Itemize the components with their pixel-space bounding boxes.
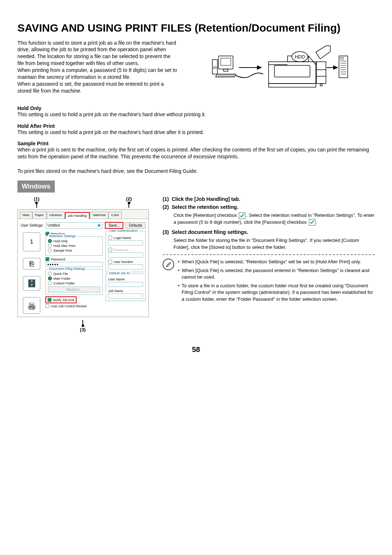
retention-settings-group: Retention Settings Hold Only Hold After … bbox=[45, 236, 103, 256]
preview-icon-label: 1 bbox=[30, 239, 33, 245]
callout-2: (2) bbox=[126, 196, 132, 202]
def-sample-print: Sample Print When a print job is sent to… bbox=[17, 141, 375, 160]
checkbox-icon bbox=[309, 219, 315, 226]
step-2-body: Click the [Retention] checkbox . Select … bbox=[173, 212, 375, 226]
def-title: Hold After Print bbox=[17, 123, 375, 129]
defaults-button[interactable]: Defaults bbox=[126, 222, 146, 228]
sample-print-label: Sample Print bbox=[53, 249, 72, 252]
default-job-legend: Default Job ID bbox=[108, 271, 131, 275]
tab-color[interactable]: Color bbox=[109, 212, 122, 219]
svg-rect-4 bbox=[224, 69, 228, 71]
svg-rect-9 bbox=[269, 62, 316, 84]
doc-filing-group: Document Filing Settings Quick File Main… bbox=[45, 269, 103, 295]
tab-paper[interactable]: Paper bbox=[33, 212, 46, 219]
hold-after-radio[interactable]: Hold After Print bbox=[48, 244, 100, 248]
def-hold-only: Hold Only This setting is used to hold a… bbox=[17, 105, 375, 118]
tab-main[interactable]: Main bbox=[20, 212, 32, 219]
job-name-label: Job Name bbox=[108, 289, 143, 293]
svg-rect-1 bbox=[213, 67, 216, 68]
notify-job-end-checkbox[interactable]: Notify Job End bbox=[45, 296, 77, 303]
crossref-text: To print files stored on the machine's h… bbox=[17, 168, 375, 174]
hold-only-radio[interactable]: Hold Only bbox=[48, 239, 100, 243]
user-auth-group: User Authentication Login Name Password … bbox=[106, 231, 146, 272]
svg-rect-22 bbox=[340, 57, 343, 59]
intro-row: This function is used to store a print j… bbox=[17, 40, 375, 94]
user-number-checkbox[interactable]: User Number bbox=[108, 260, 143, 264]
callout-3: (3) bbox=[80, 327, 86, 332]
svg-rect-3 bbox=[221, 58, 231, 65]
main-folder-radio[interactable]: Main Folder bbox=[48, 276, 100, 280]
hdd-stack-icon: 🗄️ bbox=[23, 276, 40, 291]
note-item: To store a file in a custom folder, the … bbox=[182, 283, 375, 303]
stapler-icon: ⎘ bbox=[23, 258, 40, 270]
checkbox-icon bbox=[239, 212, 245, 219]
hdd-label: HDD bbox=[295, 54, 305, 60]
password-checkbox[interactable]: Password bbox=[45, 257, 103, 261]
callout-1: (1) bbox=[34, 196, 40, 202]
step-3-title: (3) Select document filing settings. bbox=[163, 229, 375, 235]
save-button[interactable]: Save... bbox=[105, 222, 123, 229]
job-name-field[interactable] bbox=[108, 293, 143, 299]
printer-dialog: Main Paper Advance Job Handling Vatermar… bbox=[17, 209, 149, 317]
svg-rect-15 bbox=[317, 62, 326, 84]
def-body: This setting is used to hold a print job… bbox=[17, 111, 375, 118]
quick-file-radio[interactable]: Quick File bbox=[48, 272, 100, 276]
custom-folder-label: Custom Folder bbox=[53, 281, 75, 285]
password-field[interactable]: ●●●●● bbox=[45, 262, 103, 267]
preview-icon-1: 1 bbox=[23, 232, 40, 251]
os-badge-windows: Windows bbox=[17, 181, 55, 193]
def-title: Hold Only bbox=[17, 105, 375, 111]
user-name-field[interactable] bbox=[108, 282, 143, 287]
svg-rect-11 bbox=[274, 65, 310, 77]
def-hold-after: Hold After Print This setting is used to… bbox=[17, 123, 375, 136]
hdd-diagram: HDD bbox=[184, 40, 375, 94]
page-title: SAVING AND USING PRINT FILES (Retention/… bbox=[17, 22, 375, 35]
notes-list: •When [Quick File] is selected, "Retenti… bbox=[178, 259, 375, 305]
login-name-field[interactable] bbox=[108, 240, 143, 246]
auto-job-review-checkbox[interactable]: Auto Job Control Review bbox=[45, 304, 103, 308]
retention-settings-legend: Retention Settings bbox=[48, 234, 77, 238]
step-2-title: (2) Select the retention setting. bbox=[163, 204, 375, 210]
def-body: When a print job is sent to the machine,… bbox=[17, 146, 375, 160]
main-folder-label: Main Folder bbox=[53, 277, 71, 280]
user-settings-combo[interactable]: Untitled ▾ bbox=[46, 222, 103, 229]
notify-job-label: Notify Job End bbox=[53, 298, 74, 302]
svg-point-18 bbox=[320, 84, 322, 86]
user-number-label: User Number bbox=[114, 260, 133, 264]
auth-password-field[interactable] bbox=[108, 252, 143, 258]
note-item: When [Quick File] is selected, "Retentio… bbox=[182, 259, 361, 265]
auth-password-checkbox[interactable]: Password bbox=[108, 248, 143, 252]
user-auth-legend: User Authentication bbox=[108, 229, 139, 232]
user-settings-label: User Settings: bbox=[21, 223, 44, 227]
printer-icon: 🖨️ bbox=[23, 297, 40, 314]
auth-password-label: Password bbox=[114, 248, 128, 252]
note-icon bbox=[163, 259, 174, 270]
user-name-label: User Name bbox=[108, 278, 143, 281]
tab-job-handling[interactable]: Job Handling bbox=[65, 212, 90, 219]
step-1-title: (1) Click the [Job Handling] tab. bbox=[163, 196, 375, 202]
divider-dashed bbox=[163, 254, 375, 255]
quick-file-label: Quick File bbox=[53, 272, 68, 276]
user-number-field[interactable] bbox=[108, 264, 143, 270]
tab-advance[interactable]: Advance bbox=[47, 212, 65, 219]
page-number: 58 bbox=[17, 345, 375, 354]
sample-print-radio[interactable]: Sample Print bbox=[48, 248, 100, 252]
auto-job-review-label: Auto Job Control Review bbox=[51, 304, 87, 308]
def-body: This setting is used to hold a print job… bbox=[17, 129, 375, 136]
chevron-down-icon: ▾ bbox=[97, 224, 101, 227]
user-settings-value: Untitled bbox=[48, 223, 60, 227]
tab-strip: Main Paper Advance Job Handling Vatermar… bbox=[18, 210, 148, 219]
login-name-checkbox[interactable]: Login Name bbox=[108, 236, 143, 240]
custom-folder-radio[interactable]: Custom Folder bbox=[48, 281, 100, 285]
note-item: When [Quick File] is selected, the passw… bbox=[182, 267, 375, 280]
hold-only-label: Hold Only bbox=[53, 239, 68, 243]
step-3-body: Select the folder for storing the file i… bbox=[173, 237, 375, 250]
default-job-id-group: Default Job ID User Name Job Name bbox=[106, 274, 146, 301]
hold-after-label: Hold After Print bbox=[53, 244, 75, 248]
tab-watermark[interactable]: Vatermar bbox=[90, 212, 108, 219]
svg-line-14 bbox=[309, 56, 316, 65]
svg-rect-10 bbox=[269, 84, 316, 87]
def-title: Sample Print bbox=[17, 141, 375, 146]
password-chk-label: Password bbox=[51, 258, 65, 261]
stored-to-button[interactable]: Stored to... bbox=[48, 287, 100, 292]
